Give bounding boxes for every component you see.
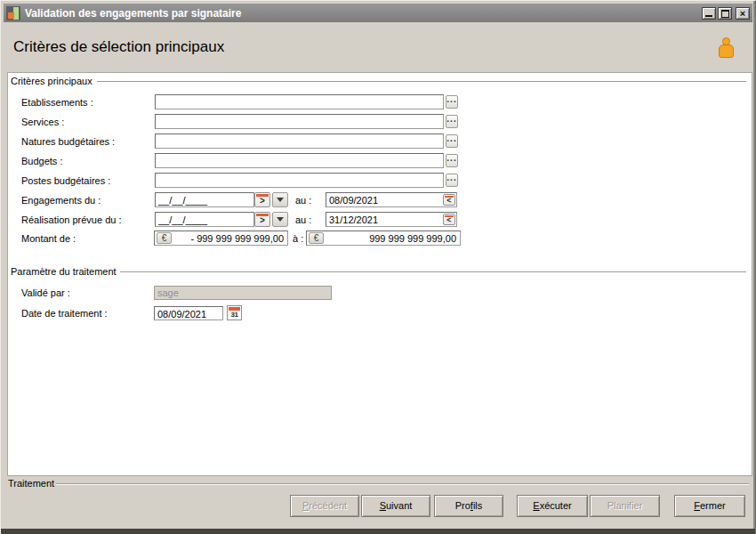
close-icon: × (740, 9, 745, 18)
minimize-button[interactable] (702, 7, 716, 20)
label-montant-de: Montant de : (21, 233, 76, 244)
arrow-right-icon: > (255, 215, 269, 226)
etablissements-lookup-button[interactable]: ... (446, 95, 458, 109)
chevron-down-icon (277, 198, 284, 202)
titlebar[interactable]: Validation des engagements par signatair… (4, 4, 752, 22)
label-postes-budgetaires: Postes budgétaires : (21, 175, 110, 186)
budgets-lookup-button[interactable]: ... (446, 154, 458, 167)
label-realisation-prevue-du: Réalisation prévue du : (21, 214, 122, 225)
window-right-edge (753, 1, 755, 534)
ellipsis-icon: ... (446, 114, 456, 124)
window-controls: × (700, 7, 750, 20)
precedent-button[interactable]: Précédent (290, 495, 359, 517)
services-input[interactable] (155, 114, 444, 129)
minimize-icon (705, 15, 712, 17)
realisation-from-next-date-button[interactable]: > (254, 212, 270, 227)
group-line-criteres (97, 81, 746, 83)
label-etablissements: Etablissements : (21, 97, 93, 108)
close-button[interactable]: × (736, 7, 750, 20)
realisation-from-dropdown-button[interactable] (272, 212, 288, 227)
label-budgets: Budgets : (21, 156, 62, 166)
postes-budgetaires-input[interactable] (155, 173, 444, 188)
window-title: Validation des engagements par signatair… (25, 7, 700, 20)
engagements-to-prev-date-button[interactable]: < (443, 194, 455, 206)
natures-budgetaires-input[interactable] (155, 134, 444, 149)
suivant-button[interactable]: Suivant (361, 495, 430, 517)
montant-to-input[interactable]: € 999 999 999 999,00 (306, 231, 461, 246)
window-bottom-edge (1, 529, 755, 534)
ellipsis-icon: ... (446, 94, 456, 104)
label-au-2: au : (295, 214, 311, 225)
ellipsis-icon: ... (446, 153, 456, 163)
group-line-traitement (56, 483, 749, 485)
maximize-button[interactable] (718, 7, 732, 20)
fermer-button[interactable]: Fermer (674, 495, 745, 517)
chevron-down-icon (277, 217, 284, 222)
euro-icon[interactable]: € (309, 232, 324, 244)
budgets-input[interactable] (155, 153, 444, 168)
label-natures-budgetaires: Natures budgétaires : (21, 136, 115, 147)
dialog-window: Validation des engagements par signatair… (0, 0, 756, 534)
services-lookup-button[interactable]: ... (446, 115, 458, 128)
criteria-panel: Critères principaux Etablissements : ...… (7, 72, 752, 476)
realisation-to-input[interactable]: 31/12/2021 < (326, 212, 457, 227)
calendar-31-icon: 31 (228, 310, 241, 320)
profils-button[interactable]: Profils (434, 495, 503, 517)
ellipsis-icon: ... (446, 134, 456, 143)
label-au-1: au : (295, 195, 311, 206)
realisation-from-input[interactable]: __/__/____ (155, 212, 254, 227)
montant-from-input[interactable]: € - 999 999 999 999,00 (154, 231, 288, 246)
label-valide-par: Validé par : (21, 287, 70, 298)
engagements-from-next-date-button[interactable]: > (254, 192, 270, 207)
arrow-left-icon: < (444, 215, 454, 224)
natures-budgetaires-lookup-button[interactable]: ... (446, 134, 458, 148)
engagements-to-input[interactable]: 08/09/2021 < (326, 192, 457, 207)
person-icon[interactable] (718, 37, 736, 59)
group-line-parametre (120, 271, 746, 273)
group-label-traitement: Traitement (8, 478, 54, 489)
realisation-to-prev-date-button[interactable]: < (443, 214, 455, 225)
maximize-icon (721, 10, 729, 18)
etablissements-input[interactable] (155, 94, 444, 109)
label-a: à : (293, 233, 303, 244)
postes-budgetaires-lookup-button[interactable]: ... (446, 174, 458, 187)
arrow-right-icon: > (255, 196, 269, 206)
group-label-criteres: Critères principaux (11, 76, 92, 86)
planifier-button[interactable]: Planifier (590, 495, 660, 517)
engagements-from-dropdown-button[interactable] (272, 192, 288, 207)
app-icon (6, 6, 20, 20)
label-date-traitement: Date de traitement : (21, 308, 108, 319)
ellipsis-icon: ... (446, 173, 456, 182)
date-traitement-input[interactable]: 08/09/2021 (154, 306, 223, 320)
euro-icon[interactable]: € (157, 232, 172, 244)
group-label-parametre: Paramètre du traitement (11, 266, 117, 277)
app-icon-orange-block (8, 12, 14, 19)
date-traitement-calendar-button[interactable]: 31 (227, 305, 242, 320)
page-title: Critères de sélection principaux (13, 38, 224, 56)
executer-button[interactable]: Exécuter (517, 495, 588, 517)
valide-par-field: sage (154, 286, 332, 300)
label-engagements-du: Engagements du : (21, 195, 101, 206)
engagements-from-input[interactable]: __/__/____ (155, 192, 254, 207)
label-services: Services : (21, 117, 64, 127)
arrow-left-icon: < (444, 196, 454, 205)
